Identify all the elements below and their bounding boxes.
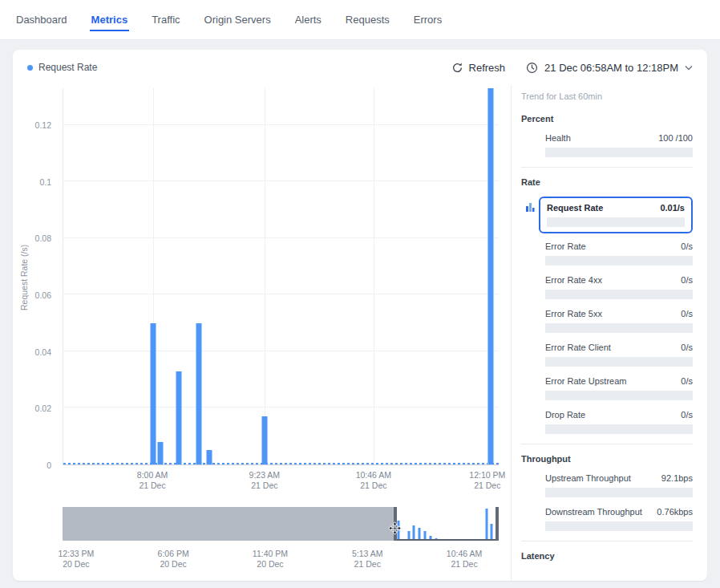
- section-heading-percent: Percent: [521, 114, 693, 124]
- chart-bar[interactable]: [157, 442, 163, 464]
- metric-downstream-throughput[interactable]: Downstream Throughput 0.76kbps: [545, 507, 693, 531]
- axis-tick-label: 10:46 AM21 Dec: [447, 549, 482, 570]
- x-axis-labels: 8:00 AM21 Dec9:23 AM21 Dec10:46 AM21 Dec…: [63, 470, 499, 493]
- move-cursor-icon: [388, 521, 402, 535]
- y-tick-label: 0.08: [35, 233, 51, 243]
- card-header: Request Rate Refresh 21 Dec 06:58AM to 1…: [13, 50, 707, 85]
- metric-value: 0.76kbps: [657, 507, 693, 517]
- y-tick-label: 0.06: [35, 290, 51, 300]
- axis-tick-label: 9:23 AM21 Dec: [249, 470, 281, 491]
- gridline-vertical: [265, 88, 265, 464]
- metric-request-rate[interactable]: Request Rate 0.01/s: [539, 197, 693, 233]
- metric-value: 0/s: [681, 343, 693, 352]
- sparkline: [545, 148, 693, 157]
- time-brush[interactable]: [63, 507, 499, 541]
- brush-axis-labels: 12:33 PM20 Dec6:06 PM20 Dec11:40 PM20 De…: [63, 549, 499, 571]
- brush-mini-bar: [485, 509, 487, 541]
- gridline-vertical: [374, 88, 374, 464]
- metric-value: 92.1bps: [661, 473, 693, 483]
- axis-tick-label: 10:46 AM21 Dec: [356, 470, 391, 491]
- request-rate-chart[interactable]: [63, 88, 499, 465]
- metric-health[interactable]: Health 100 /100: [545, 133, 693, 157]
- y-tick-label: 0.1: [39, 177, 51, 187]
- tab-origin-servers[interactable]: Origin Servers: [203, 9, 273, 31]
- axis-tick-label: 12:33 PM20 Dec: [58, 549, 94, 570]
- metric-error-rate-4xx[interactable]: Error Rate 4xx 0/s: [545, 275, 693, 299]
- chart-bar[interactable]: [206, 450, 212, 464]
- axis-tick-label: 5:13 AM21 Dec: [352, 549, 383, 570]
- metric-value: 100 /100: [658, 133, 693, 143]
- metric-error-rate-client[interactable]: Error Rate Client 0/s: [545, 343, 693, 367]
- tab-traffic[interactable]: Traffic: [150, 9, 181, 31]
- gridline-horizontal: [63, 351, 499, 351]
- metric-value: 0/s: [681, 376, 693, 386]
- sparkline: [545, 256, 693, 266]
- trend-sidebar[interactable]: Trend for Last 60min Percent Health 100 …: [511, 85, 707, 581]
- top-nav: Dashboard Metrics Traffic Origin Servers…: [0, 0, 720, 40]
- chart-bar[interactable]: [488, 88, 494, 464]
- chevron-down-icon: [685, 65, 693, 71]
- legend-request-rate[interactable]: Request Rate: [27, 62, 97, 73]
- sparkline: [545, 290, 693, 299]
- sparkline: [545, 521, 693, 531]
- section-divider: [521, 167, 693, 168]
- sparkline: [545, 323, 693, 333]
- chart-bar[interactable]: [150, 323, 156, 464]
- tab-requests[interactable]: Requests: [344, 9, 391, 31]
- sparkline: [545, 357, 693, 367]
- section-divider: [521, 541, 693, 541]
- sidebar-title: Trend for Last 60min: [521, 91, 693, 101]
- time-range-value: 21 Dec 06:58AM to 12:18PM: [544, 62, 678, 74]
- tab-dashboard[interactable]: Dashboard: [14, 9, 69, 31]
- tab-metrics[interactable]: Metrics: [90, 9, 130, 31]
- metric-value: 0.01/s: [660, 203, 685, 213]
- tab-alerts[interactable]: Alerts: [293, 9, 323, 31]
- chart-bar[interactable]: [196, 323, 201, 464]
- metric-value: 0/s: [681, 309, 693, 318]
- gridline-horizontal: [63, 237, 499, 238]
- chart-pane: Request Rate (/s) 00.020.040.060.080.10.…: [13, 85, 511, 581]
- metric-value: 0/s: [681, 275, 693, 285]
- refresh-button[interactable]: Refresh: [451, 62, 506, 74]
- metric-upstream-throughput[interactable]: Upstream Throughput 92.1bps: [545, 473, 693, 497]
- section-heading-rate: Rate: [521, 177, 693, 187]
- chart-bar[interactable]: [176, 371, 181, 464]
- refresh-icon: [451, 62, 463, 74]
- section-divider: [521, 444, 693, 444]
- metric-value: 0/s: [681, 241, 693, 251]
- gridline-horizontal: [63, 180, 499, 181]
- clock-icon: [526, 62, 538, 74]
- metric-error-rate-5xx[interactable]: Error Rate 5xx 0/s: [545, 309, 693, 333]
- tab-errors[interactable]: Errors: [412, 9, 443, 31]
- gridline-horizontal: [63, 294, 499, 294]
- sparkline: [545, 424, 693, 434]
- y-tick-label: 0.12: [35, 120, 51, 130]
- y-tick-label: 0.04: [35, 347, 51, 357]
- axis-tick-label: 12:10 PM21 Dec: [469, 470, 505, 491]
- axis-tick-label: 8:00 AM21 Dec: [137, 470, 168, 491]
- sparkline: [545, 488, 693, 497]
- legend-dot-icon: [27, 65, 33, 71]
- metric-error-rate-upstream[interactable]: Error Rate Upstream 0/s: [545, 376, 693, 400]
- section-heading-latency: Latency: [521, 551, 693, 561]
- metrics-card: Request Rate Refresh 21 Dec 06:58AM to 1…: [13, 50, 707, 581]
- y-tick-label: 0: [47, 460, 51, 470]
- gridline-horizontal: [63, 407, 499, 408]
- chart-bar[interactable]: [262, 416, 268, 464]
- bar-chart-icon: [525, 202, 535, 212]
- gridline-horizontal: [63, 124, 499, 125]
- axis-tick-label: 6:06 PM20 Dec: [158, 549, 189, 570]
- section-heading-throughput: Throughput: [521, 454, 693, 464]
- brush-unselected-mask: [63, 507, 395, 541]
- y-tick-label: 0.02: [35, 403, 51, 413]
- brush-baseline: [395, 539, 499, 541]
- legend-label: Request Rate: [38, 62, 97, 73]
- zero-baseline-ticks: [63, 463, 499, 464]
- brush-handle-right[interactable]: [496, 507, 499, 541]
- refresh-label: Refresh: [469, 62, 506, 74]
- metric-drop-rate[interactable]: Drop Rate 0/s: [545, 410, 693, 434]
- metric-error-rate[interactable]: Error Rate 0/s: [545, 241, 693, 266]
- axis-tick-label: 11:40 PM20 Dec: [253, 549, 288, 570]
- time-range-picker[interactable]: 21 Dec 06:58AM to 12:18PM: [526, 62, 693, 74]
- metric-value: 0/s: [681, 410, 693, 420]
